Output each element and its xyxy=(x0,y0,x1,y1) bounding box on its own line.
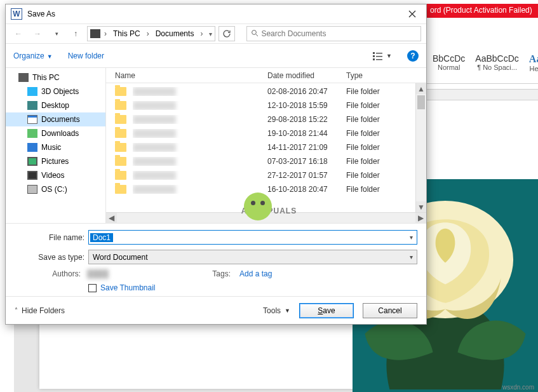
list-item[interactable]: ████████14-11-2017 21:09File folder xyxy=(106,140,426,154)
tree-3dobjects[interactable]: 3D Objects xyxy=(6,84,105,98)
item-date: 14-11-2017 21:09 xyxy=(267,143,346,152)
source-credit: wsxdn.com xyxy=(502,384,534,391)
address-dropdown-icon[interactable]: ▾ xyxy=(209,30,212,37)
view-options-button[interactable]: ▼ xyxy=(373,51,392,60)
list-item[interactable]: ████████19-10-2018 21:44File folder xyxy=(106,126,426,140)
address-breadcrumb[interactable]: › This PC › Documents › ▾ xyxy=(87,26,215,41)
item-name: ████████ xyxy=(133,185,267,194)
tree-pictures[interactable]: Pictures xyxy=(6,154,105,168)
tree-downloads[interactable]: Downloads xyxy=(6,126,105,140)
vertical-scrollbar[interactable]: ▲ ▼ xyxy=(415,83,426,212)
tree-thispc[interactable]: This PC xyxy=(6,71,105,84)
item-type: File folder xyxy=(346,101,380,110)
word-titlebar-fragment: ord (Product Activation Failed) xyxy=(426,4,538,18)
file-list: Name Date modified Type ████████02-08-20… xyxy=(106,68,426,223)
help-button[interactable]: ? xyxy=(407,50,419,62)
scroll-right-icon[interactable]: ▶ xyxy=(415,213,426,224)
new-folder-button[interactable]: New folder xyxy=(68,51,104,60)
nav-back-button[interactable]: ← xyxy=(11,26,26,41)
chevron-down-icon[interactable]: ▾ xyxy=(405,253,417,260)
scroll-down-icon[interactable]: ▼ xyxy=(416,201,426,212)
search-box[interactable] xyxy=(246,26,421,41)
crumb-documents[interactable]: Documents xyxy=(153,29,197,38)
authors-value[interactable]: ████ xyxy=(87,269,109,278)
add-tag-link[interactable]: Add a tag xyxy=(239,269,272,278)
chevron-right-icon[interactable]: › xyxy=(103,29,108,38)
horizontal-scrollbar[interactable]: ◀ ▶ xyxy=(106,212,426,223)
item-type: File folder xyxy=(346,185,380,194)
word-app-icon: W xyxy=(11,8,22,20)
list-item[interactable]: ████████27-12-2017 01:57File folder xyxy=(106,168,426,182)
item-date: 19-10-2018 21:44 xyxy=(267,129,346,138)
item-type: File folder xyxy=(346,171,380,180)
column-headers[interactable]: Name Date modified Type xyxy=(106,68,426,83)
chevron-down-icon: ▼ xyxy=(285,308,290,314)
style-nospacing[interactable]: AaBbCcDc¶ No Spaci... xyxy=(473,52,521,81)
refresh-button[interactable] xyxy=(219,26,235,41)
dialog-footer: ˄ Hide Folders Tools ▼ Save Cancel xyxy=(6,296,426,324)
cancel-button[interactable]: Cancel xyxy=(363,303,417,318)
chevron-right-icon[interactable]: › xyxy=(199,29,204,38)
nav-up-button[interactable]: ↑ xyxy=(68,26,83,41)
item-date: 27-12-2017 01:57 xyxy=(267,171,346,180)
filename-label: File name: xyxy=(15,233,84,242)
downloads-icon xyxy=(27,129,37,138)
col-date[interactable]: Date modified xyxy=(267,71,346,80)
list-item[interactable]: ████████12-10-2018 15:59File folder xyxy=(106,98,426,112)
music-icon xyxy=(27,143,37,152)
folder-icon xyxy=(115,129,126,138)
svg-rect-4 xyxy=(373,55,375,57)
crumb-thispc[interactable]: This PC xyxy=(111,29,143,38)
tree-documents[interactable]: Documents xyxy=(6,112,105,126)
save-button[interactable]: Save xyxy=(299,303,354,318)
list-item[interactable]: ████████07-03-2017 16:18File folder xyxy=(106,154,426,168)
item-type: File folder xyxy=(346,157,380,166)
item-name: ████████ xyxy=(133,129,267,138)
filename-combo[interactable]: ▾ xyxy=(88,230,417,245)
nav-row: ← → ▾ ↑ › This PC › Documents › ▾ xyxy=(6,24,426,44)
filename-input[interactable] xyxy=(90,233,113,242)
scroll-left-icon[interactable]: ◀ xyxy=(106,213,117,224)
col-type[interactable]: Type xyxy=(346,71,426,80)
hide-folders-button[interactable]: ˄ Hide Folders xyxy=(15,306,65,315)
savetype-input[interactable] xyxy=(89,253,405,262)
tags-label: Tags: xyxy=(210,269,231,278)
svg-rect-6 xyxy=(376,53,382,54)
toolbar: Organize▼ New folder ▼ ? xyxy=(6,44,426,68)
nav-tree[interactable]: This PC 3D Objects Desktop Documents Dow… xyxy=(6,68,106,223)
authors-label: Authors: xyxy=(43,269,81,278)
save-thumbnail-checkbox[interactable] xyxy=(88,284,97,292)
save-thumbnail-label[interactable]: Save Thumbnail xyxy=(100,283,156,292)
list-item[interactable]: ████████29-08-2018 15:22File folder xyxy=(106,112,426,126)
list-item[interactable]: ████████16-10-2018 20:47File folder xyxy=(106,182,426,196)
word-ribbon-styles: BbCcDcNormal AaBbCcDc¶ No Spaci... AaBHe… xyxy=(426,50,538,84)
item-date: 07-03-2017 16:18 xyxy=(267,157,346,166)
pc-icon xyxy=(18,73,29,82)
search-input[interactable] xyxy=(261,29,417,38)
tree-osc[interactable]: OS (C:) xyxy=(6,182,105,196)
list-item[interactable]: ████████02-08-2016 20:47File folder xyxy=(106,84,426,98)
scroll-up-icon[interactable]: ▲ xyxy=(416,83,426,94)
tree-desktop[interactable]: Desktop xyxy=(6,98,105,112)
style-heading[interactable]: AaBHeadi xyxy=(527,52,538,81)
scroll-thumb[interactable] xyxy=(417,95,425,109)
tree-music[interactable]: Music xyxy=(6,140,105,154)
nav-forward-button[interactable]: → xyxy=(30,26,45,41)
tree-videos[interactable]: Videos xyxy=(6,168,105,182)
dialog-titlebar[interactable]: W Save As xyxy=(6,4,426,24)
close-button[interactable] xyxy=(402,6,422,22)
svg-rect-5 xyxy=(373,58,375,60)
chevron-down-icon[interactable]: ▾ xyxy=(405,234,417,241)
item-date: 29-08-2018 15:22 xyxy=(267,115,346,124)
chevron-up-icon: ˄ xyxy=(15,307,18,314)
tools-menu[interactable]: Tools ▼ xyxy=(263,306,290,315)
style-normal[interactable]: BbCcDcNormal xyxy=(430,52,467,81)
folder-icon xyxy=(115,115,126,124)
col-name[interactable]: Name xyxy=(115,71,267,80)
item-type: File folder xyxy=(346,87,380,96)
organize-menu[interactable]: Organize▼ xyxy=(13,51,53,60)
nav-recent-dropdown[interactable]: ▾ xyxy=(49,26,64,41)
save-form: File name: ▾ Save as type: ▾ Authors: ██… xyxy=(6,223,426,296)
savetype-combo[interactable]: ▾ xyxy=(88,250,417,264)
chevron-right-icon[interactable]: › xyxy=(145,29,151,38)
